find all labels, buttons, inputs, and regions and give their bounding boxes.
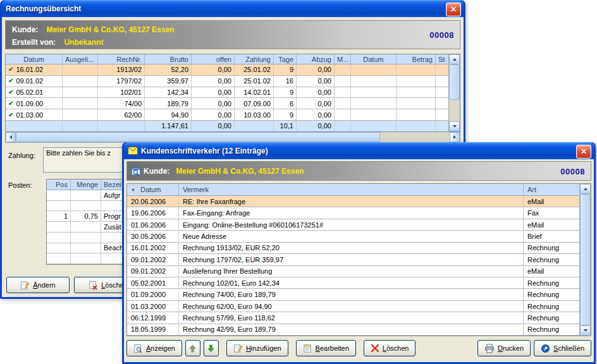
table-row[interactable]: 19.06.2006Fax-Eingang: AnfrageFax bbox=[127, 207, 579, 219]
table-row[interactable]: 09.01.2002Rechnung 1797/02, EUR 359,97Re… bbox=[127, 254, 579, 265]
table-row[interactable]: 18.05.1999Rechnung 42/99, Euro 189,79Rec… bbox=[127, 324, 579, 336]
cell: 0,00 bbox=[192, 98, 235, 109]
column-header[interactable]: Pos bbox=[47, 179, 71, 190]
scroll-track[interactable] bbox=[16, 132, 450, 142]
scroll-down-button[interactable] bbox=[449, 121, 460, 131]
table-row[interactable]: 06.12.1999Rechnung 57/99, Euro 118,62Rec… bbox=[127, 312, 579, 324]
column-header[interactable]: Betrag bbox=[397, 54, 436, 64]
cell bbox=[436, 87, 448, 98]
add-document-icon bbox=[233, 344, 243, 353]
sum-cell: 1.147,61 bbox=[145, 121, 192, 131]
cell: 94,90 bbox=[145, 109, 192, 120]
correspondence-titlebar[interactable]: Kundenschriftverkehr (12 Einträge) ✕ bbox=[124, 142, 594, 159]
table-row[interactable]: 16.01.2002Rechnung 1913/02, EUR 52,20Rec… bbox=[127, 243, 579, 254]
close-circle-arrow-icon bbox=[541, 344, 550, 353]
cell: Rechnung 102/01, Euro 142,34 bbox=[179, 277, 524, 288]
cell: 0,00 bbox=[297, 87, 335, 98]
scroll-left-button[interactable] bbox=[6, 132, 16, 142]
table-row[interactable]: 20.06.2006RE: Ihre FaxanfrageeMail bbox=[127, 196, 579, 207]
cell bbox=[71, 233, 101, 243]
up-triangle-icon bbox=[453, 58, 457, 61]
cell: ✔01.03.00 bbox=[6, 109, 63, 120]
table-row[interactable]: 01.03.2000Rechnung 62/00, Euro 94,90Rech… bbox=[127, 301, 579, 312]
column-header[interactable]: ▼Datum bbox=[127, 184, 179, 196]
aendern-button[interactable]: Ändern bbox=[6, 277, 70, 293]
left-triangle-icon bbox=[9, 135, 12, 139]
table-row[interactable]: 05.02.2001Rechnung 102/01, Euro 142,34Re… bbox=[127, 277, 579, 289]
drucken-button[interactable]: Drucken bbox=[477, 340, 531, 356]
column-header[interactable]: Menge bbox=[71, 179, 101, 190]
edit-pencil-icon bbox=[20, 281, 30, 290]
cell: 359,97 bbox=[145, 76, 192, 87]
correspondence-vertical-scrollbar[interactable] bbox=[579, 184, 591, 336]
close-icon: ✕ bbox=[581, 148, 587, 155]
right-triangle-icon bbox=[453, 135, 456, 139]
check-icon: ✔ bbox=[8, 78, 13, 84]
cell bbox=[397, 98, 436, 109]
schliessen-button[interactable]: Schließen bbox=[534, 340, 591, 356]
hinzufuegen-button[interactable]: Hinzufügen bbox=[226, 340, 288, 356]
customer-header-bar: Kunde: Meier GmbH & Co.KG, 45127 Essen 0… bbox=[126, 161, 591, 181]
customer-header-bar: Kunde: Meier GmbH & Co.KG, 45127 Essen E… bbox=[5, 20, 460, 49]
column-header[interactable]: Vermerk bbox=[179, 184, 524, 196]
cell bbox=[71, 201, 101, 211]
scroll-right-button[interactable] bbox=[450, 132, 460, 142]
table-row[interactable]: ✔05.02.01102/01142,340,0014.02.0190,00 bbox=[6, 87, 448, 99]
erstellt-label: Erstellt von: bbox=[12, 38, 56, 47]
column-header[interactable]: Brutto bbox=[145, 54, 192, 64]
table-row[interactable]: ✔09.01.021797/02359,970,0025.01.02160,00 bbox=[6, 76, 448, 87]
table-row[interactable]: 01.06.2006Eingang: Online-Bestellung #06… bbox=[127, 219, 579, 231]
cell bbox=[71, 190, 101, 200]
anzeigen-button[interactable]: Anzeigen bbox=[126, 340, 182, 356]
close-button[interactable]: ✕ bbox=[576, 145, 591, 159]
column-header[interactable]: M... bbox=[335, 54, 351, 64]
scroll-down-button[interactable] bbox=[580, 325, 591, 336]
cell: eMail bbox=[524, 266, 579, 277]
column-header[interactable]: Tage bbox=[274, 54, 297, 64]
move-up-button[interactable] bbox=[185, 340, 200, 356]
invoice-horizontal-scrollbar[interactable] bbox=[5, 132, 460, 143]
sum-cell: 0,00 bbox=[297, 121, 335, 131]
invoice-vertical-scrollbar[interactable] bbox=[448, 54, 460, 131]
cell bbox=[351, 109, 397, 120]
column-header[interactable]: St bbox=[436, 54, 448, 64]
table-row[interactable]: 30.05.2006Neue AdresseBrief bbox=[127, 231, 579, 242]
invoice-titlebar[interactable]: Rechnungsübersicht ✕ bbox=[2, 0, 464, 17]
cell bbox=[47, 222, 71, 232]
table-row[interactable]: ✔01.09.0074/00189,790,0007.09.0060,00 bbox=[6, 98, 448, 109]
scroll-up-button[interactable] bbox=[449, 54, 460, 64]
column-header[interactable]: Ausgeli... bbox=[63, 54, 98, 64]
scroll-up-button[interactable] bbox=[580, 184, 591, 194]
cell: 0,00 bbox=[297, 98, 335, 109]
close-button[interactable]: ✕ bbox=[446, 3, 461, 16]
scroll-thumb[interactable] bbox=[580, 194, 591, 325]
correspondence-window-title: Kundenschriftverkehr (12 Einträge) bbox=[141, 147, 268, 155]
cell: 1 bbox=[47, 211, 71, 221]
bearbeiten-button[interactable]: Bearbeiten bbox=[296, 340, 356, 356]
column-header[interactable]: offen bbox=[192, 54, 235, 64]
scroll-thumb[interactable] bbox=[16, 132, 380, 142]
column-header[interactable]: Datum bbox=[351, 54, 397, 64]
zahlung-text: Bitte zahlen Sie bis z bbox=[46, 149, 111, 157]
cell: 0,00 bbox=[192, 87, 235, 98]
scroll-track[interactable] bbox=[580, 194, 591, 325]
scroll-thumb[interactable] bbox=[449, 64, 460, 100]
column-header[interactable]: RechNr. bbox=[98, 54, 145, 64]
table-row[interactable]: 01.09.2000Rechnung 74/00, Euro 189,79Rec… bbox=[127, 289, 579, 300]
kunde-value: Meier GmbH & Co.KG, 45127 Essen bbox=[176, 167, 304, 176]
column-header[interactable]: Abzug bbox=[297, 54, 335, 64]
loeschen-button[interactable]: Löschen bbox=[364, 340, 416, 356]
column-header[interactable]: Zahlung bbox=[235, 54, 274, 64]
table-row[interactable]: ✔16.01.021913/0252,200,0025.01.0290,00 bbox=[6, 64, 448, 76]
move-down-button[interactable] bbox=[204, 340, 219, 356]
cell: 05.02.2001 bbox=[127, 277, 179, 288]
table-row[interactable]: ✔01.03.0062/0094,900,0010.03.0090,00 bbox=[6, 109, 448, 121]
column-header[interactable]: Datum bbox=[6, 54, 63, 64]
cell: 9 bbox=[274, 87, 297, 98]
column-header[interactable]: Art bbox=[524, 184, 579, 196]
scroll-track[interactable] bbox=[449, 64, 460, 121]
kunde-label: Kunde: bbox=[144, 167, 169, 176]
correspondence-window: Kundenschriftverkehr (12 Einträge) ✕ Kun… bbox=[122, 142, 596, 364]
close-icon: ✕ bbox=[450, 6, 457, 13]
table-row[interactable]: 09.01.2002Auslieferung Ihrer Bestellunge… bbox=[127, 266, 579, 277]
